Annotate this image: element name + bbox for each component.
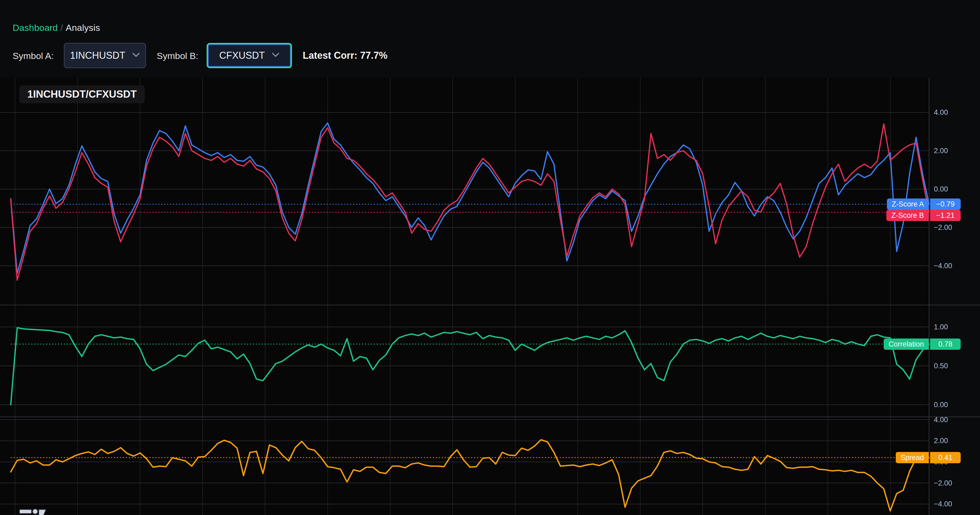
axis-tick-label: 0.00 [934, 185, 977, 193]
symbol-b-label: Symbol B: [157, 51, 198, 61]
zscore-a-value-badge: −0.79 [930, 199, 961, 210]
zscore-b-label: Z-Score B [886, 210, 929, 221]
axis-tick-label: 2.00 [934, 146, 977, 155]
axis-tick-label: −4.00 [934, 500, 977, 508]
axis-tick-label: −2.00 [934, 223, 977, 232]
axis-tick-label: 1.00 [934, 323, 977, 331]
symbol-b-value: CFXUSDT [219, 50, 265, 61]
spread-label: Spread [896, 452, 929, 463]
breadcrumb-link-dashboard[interactable]: Dashboard [13, 22, 58, 33]
symbol-a-value: 1INCHUSDT [70, 50, 125, 61]
chevron-down-icon [272, 52, 279, 59]
zscore-b-value-badge: −1.21 [930, 210, 961, 221]
zscore-a-label: Z-Score A [887, 199, 929, 210]
axis-tick-label: −2.00 [934, 479, 977, 487]
axis-tick-label: −4.00 [934, 262, 977, 270]
app-root: { "breadcrumb": { "home": "Dashboard", "… [0, 0, 980, 515]
axis-tick-label: 0.50 [934, 362, 977, 370]
symbol-a-label: Symbol A: [13, 51, 54, 61]
axis-tick-label: 4.00 [934, 108, 977, 117]
spread-value-badge: 0.41 [930, 452, 961, 463]
axis-tick-label: 4.00 [934, 415, 977, 424]
tradingview-logo[interactable] [19, 508, 49, 515]
breadcrumb-current-analysis: Analysis [66, 22, 100, 33]
symbol-b-select[interactable]: CFXUSDT [207, 43, 292, 68]
breadcrumb-separator: / [60, 22, 63, 33]
breadcrumb: Dashboard/Analysis [13, 22, 100, 33]
chart-canvas[interactable] [0, 0, 980, 515]
axis-tick-label: 2.00 [934, 436, 977, 445]
correlation-value-badge: 0.78 [930, 339, 961, 350]
chart-title[interactable]: 1INCHUSDT/CFXUSDT [19, 85, 145, 103]
latest-corr-stat: Latest Corr: 77.7% [303, 50, 388, 61]
axis-tick-label: 0.00 [934, 401, 977, 409]
symbol-a-select[interactable]: 1INCHUSDT [64, 43, 146, 68]
chevron-down-icon [132, 52, 140, 59]
correlation-label: Correlation [884, 339, 929, 350]
